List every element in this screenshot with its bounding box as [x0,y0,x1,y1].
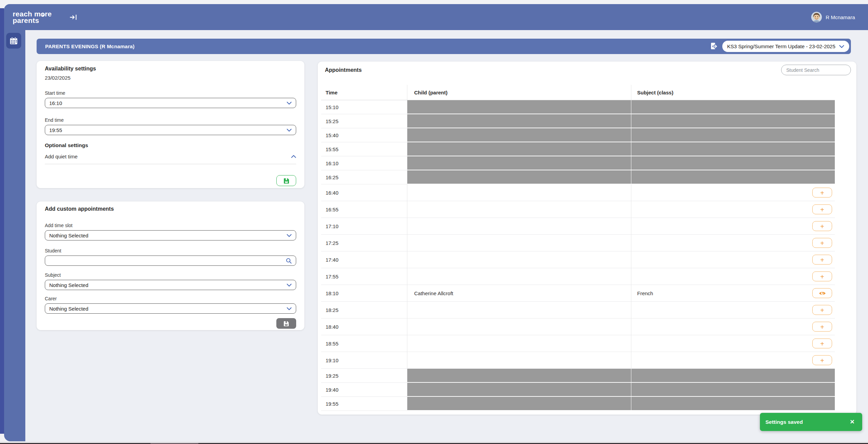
time-cell: 18:40 [321,318,407,335]
table-row: 15:55 [321,142,835,156]
add-appointment-button[interactable]: + [812,355,832,365]
add-appointment-button[interactable]: + [812,221,832,231]
time-cell: 16:55 [321,201,407,218]
child-cell [407,397,631,411]
table-row: 16:40+ [321,184,835,201]
time-cell: 19:25 [321,369,407,383]
subject-label: Subject [45,272,296,278]
save-icon [283,178,290,184]
subject-cell: + [631,218,835,235]
main-content: PARENTS EVENINGS (R Mcnamara) KS3 Spring… [25,30,868,441]
add-quiet-time-toggle[interactable]: Add quiet time [45,153,296,160]
add-appointment-button[interactable]: + [812,188,832,198]
child-cell [407,383,631,397]
child-cell [407,114,631,128]
sidebar-collapse-button[interactable] [69,14,77,21]
add-appointment-button[interactable]: + [812,322,832,332]
time-cell: 19:40 [321,383,407,397]
time-cell: 19:55 [321,397,407,411]
sidebar-item-parents-evenings[interactable] [6,33,21,49]
add-appointment-button[interactable]: + [812,238,832,248]
start-time-label: Start time [45,90,296,96]
custom-appointments-title: Add custom appointments [45,206,296,212]
divider [45,164,296,164]
child-cell [407,235,631,251]
calendar-icon [10,37,18,45]
subject-select[interactable]: Nothing Selected [45,280,296,290]
carer-value: Nothing Selected [49,306,88,312]
chevron-up-icon [291,155,296,158]
evening-select-value: KS3 Spring/Summer Term Update - 23-02-20… [727,43,836,49]
time-cell: 18:10 [321,285,407,302]
column-header-child: Child (parent) [407,85,631,100]
evening-select[interactable]: KS3 Spring/Summer Term Update - 23-02-20… [722,41,849,52]
subject-cell: + [631,335,835,352]
subject-cell: + [631,184,835,201]
chevron-down-icon [287,129,292,132]
search-icon [286,258,292,264]
time-cell: 15:40 [321,128,407,142]
table-header: Time Child (parent) Subject (class) [321,85,835,100]
student-search-input[interactable] [786,67,848,73]
add-appointment-button[interactable]: + [812,255,832,265]
add-appointment-button[interactable]: + [812,305,832,315]
student-input[interactable] [49,256,286,265]
availability-date: 23/02/2025 [45,75,296,81]
subject-cell [631,142,835,156]
subject-cell [631,114,835,128]
subject-cell [631,369,835,383]
table-row: 15:40 [321,128,835,142]
end-time-label: End time [45,117,296,123]
subject-cell [631,383,835,397]
table-row: 18:55+ [321,335,835,352]
add-appointment-button[interactable]: + [812,339,832,349]
subject-cell [631,397,835,411]
child-cell [407,184,631,201]
eye-icon [819,291,826,296]
export-button[interactable] [709,42,719,51]
start-time-select[interactable]: 16:10 [45,98,296,108]
view-appointment-button[interactable] [812,288,832,298]
chevron-down-icon [287,102,292,105]
time-cell: 15:10 [321,100,407,114]
carer-label: Carer [45,296,296,302]
appointments-title: Appointments [325,67,362,73]
close-icon[interactable]: ✕ [850,418,855,426]
table-row: 16:25 [321,170,835,184]
chevron-down-icon [287,284,292,287]
child-cell [407,268,631,285]
end-time-select[interactable]: 19:55 [45,125,296,135]
table-row: 16:55+ [321,201,835,218]
avatar [811,12,822,23]
app-logo: reach mre parents [13,11,52,24]
add-appointment-button[interactable]: + [812,272,832,282]
time-cell: 16:40 [321,184,407,201]
child-cell [407,156,631,170]
save-custom-appointment-button[interactable] [276,318,296,329]
table-row: 19:10+ [321,352,835,369]
carer-select[interactable]: Nothing Selected [45,303,296,314]
save-icon [283,321,289,327]
student-label: Student [45,248,296,254]
child-cell [407,352,631,369]
chevron-down-icon [287,307,292,310]
save-availability-button[interactable] [276,175,296,186]
table-row: 18:25+ [321,302,835,318]
chevron-down-icon [839,45,844,48]
window-edge-strip [0,8,4,434]
child-cell: Catherine Allcroft [407,285,631,302]
logo-arrow-o-icon [41,13,45,17]
add-time-slot-label: Add time slot [45,223,296,228]
start-time-value: 16:10 [49,100,62,106]
child-cell [407,100,631,114]
time-slot-select[interactable]: Nothing Selected [45,230,296,240]
child-cell [407,302,631,318]
appointments-card: Appointments Time Child (parent) Subject… [318,62,856,415]
subject-cell [631,156,835,170]
subject-cell [631,170,835,184]
time-cell: 16:25 [321,170,407,184]
user-menu[interactable]: R Mcnamara [811,12,855,23]
child-cell [407,201,631,218]
column-header-subject: Subject (class) [631,85,835,100]
add-appointment-button[interactable]: + [812,205,832,214]
